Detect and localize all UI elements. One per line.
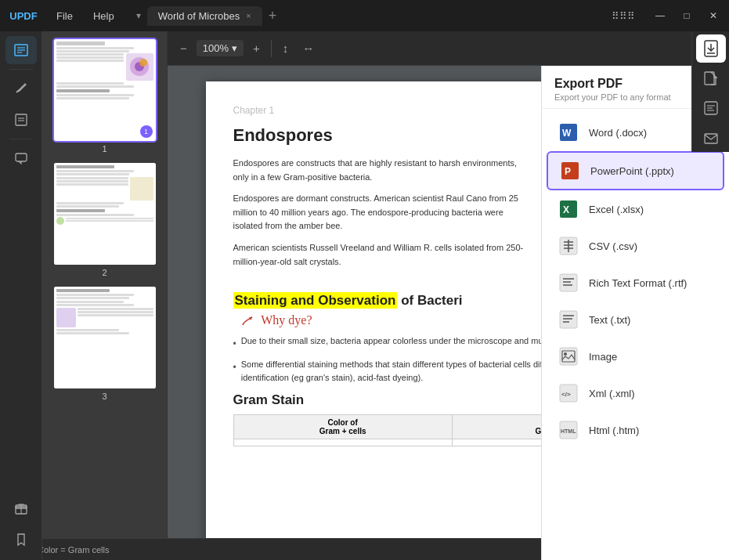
svg-rect-8 xyxy=(16,154,27,161)
sidebar-sep-1 xyxy=(9,69,33,70)
export-rtf-item[interactable]: Rich Text Format (.rtf) xyxy=(547,265,724,301)
export-excel-label: Excel (.xlsx) xyxy=(589,204,644,215)
export-html-label: Html (.htm) xyxy=(589,425,639,436)
thumbnail-panel[interactable]: 1 1 xyxy=(42,31,168,560)
txt-icon xyxy=(558,309,579,331)
active-tab[interactable]: World of Microbes × xyxy=(147,6,262,26)
export-csv-label: CSV (.csv) xyxy=(589,240,637,252)
export-html-item[interactable]: HTML Html (.htm) xyxy=(547,412,724,448)
export-powerpoint-item[interactable]: P PowerPoint (.pptx) xyxy=(547,151,724,190)
sidebar-left xyxy=(0,31,42,560)
export-xml-item[interactable]: </> Xml (.xml) xyxy=(547,375,724,411)
tab-title: World of Microbes xyxy=(158,10,240,22)
file-menu[interactable]: File xyxy=(47,7,82,25)
zoom-display[interactable]: 100% ▾ xyxy=(197,40,244,56)
bullet-dot-1: • xyxy=(233,337,236,352)
svg-rect-63 xyxy=(705,134,717,143)
app-body: 1 1 xyxy=(0,31,729,560)
export-pdf-action-icon[interactable] xyxy=(696,34,726,63)
menu-bar: File Help xyxy=(47,7,124,25)
svg-text:W: W xyxy=(562,128,572,139)
svg-text:HTML: HTML xyxy=(561,428,576,434)
staining-highlight: Staining and Observation xyxy=(233,292,398,309)
thumbnail-1[interactable]: 1 1 xyxy=(54,39,156,154)
sidebar-bottom xyxy=(5,494,37,560)
colorbar-icon[interactable]: ⠿⠿⠿ xyxy=(605,7,641,25)
thumbnail-frame-3[interactable] xyxy=(54,287,156,388)
thumbnail-3[interactable]: 3 xyxy=(54,287,156,401)
thumb-number-3: 3 xyxy=(102,392,106,401)
ocr-action-icon[interactable] xyxy=(696,94,726,122)
toolbar-separator xyxy=(271,40,272,57)
export-rtf-label: Rich Text Format (.rtf) xyxy=(589,277,687,289)
export-csv-item[interactable]: CSV (.csv) xyxy=(547,228,724,264)
export-image-label: Image xyxy=(589,351,617,363)
close-tab-button[interactable]: × xyxy=(246,11,251,20)
tab-area: ▾ World of Microbes × + xyxy=(130,6,599,26)
export-word-label: Word (.docx) xyxy=(589,127,647,139)
zoom-in-button[interactable]: + xyxy=(248,38,265,58)
svg-text:X: X xyxy=(563,204,569,215)
svg-point-50 xyxy=(564,352,567,356)
export-txt-item[interactable]: Text (.txt) xyxy=(547,302,724,338)
tab-dropdown[interactable]: ▾ xyxy=(130,7,147,24)
bookmark-icon[interactable] xyxy=(5,526,37,554)
export-txt-label: Text (.txt) xyxy=(589,314,630,326)
close-button[interactable]: ✕ xyxy=(701,5,726,27)
gift-icon[interactable] xyxy=(5,494,37,522)
powerpoint-icon: P xyxy=(559,160,581,182)
word-icon: W xyxy=(558,121,579,143)
thumbnail-frame-2[interactable] xyxy=(54,163,156,265)
csv-icon xyxy=(558,235,579,257)
xml-icon: </> xyxy=(558,382,579,404)
html-icon: HTML xyxy=(558,419,579,441)
app-logo: UPDF xyxy=(0,10,47,22)
export-image-item[interactable]: Image xyxy=(547,338,724,374)
help-menu[interactable]: Help xyxy=(84,7,124,25)
add-tab-button[interactable]: + xyxy=(262,8,283,24)
bullet-dot-2: • xyxy=(233,360,236,375)
image-icon xyxy=(558,345,579,367)
mail-action-icon[interactable] xyxy=(696,124,726,152)
thumbnail-2[interactable]: 2 xyxy=(54,163,156,277)
color-label: Color = Gram cells xyxy=(38,545,109,555)
export-excel-item[interactable]: X Excel (.xlsx) xyxy=(547,191,724,227)
excel-icon: X xyxy=(558,198,579,220)
gram-cell-1 xyxy=(233,439,452,446)
svg-rect-40 xyxy=(560,274,577,291)
right-action-bar xyxy=(691,31,729,152)
fit-height-button[interactable]: ↕ xyxy=(278,38,294,58)
sidebar-sep-2 xyxy=(9,139,33,139)
toolbar: − 100% ▾ + ↕ ↔ xyxy=(168,31,729,66)
svg-text:</>: </> xyxy=(561,391,571,398)
svg-rect-5 xyxy=(16,114,27,125)
rtf-icon xyxy=(558,272,579,294)
svg-text:P: P xyxy=(565,166,571,177)
comment-icon[interactable] xyxy=(5,144,37,172)
minimize-button[interactable]: — xyxy=(648,5,673,27)
svg-rect-44 xyxy=(560,311,577,328)
export-format-list: W Word (.docx) P PowerPoint (.pptx) xyxy=(542,109,729,560)
page-badge-1: 1 xyxy=(140,125,153,138)
export-xml-label: Xml (.xml) xyxy=(589,388,635,399)
fit-width-button[interactable]: ↔ xyxy=(298,38,319,58)
annotation-icon[interactable] xyxy=(5,74,37,103)
endospores-body1: Endospores are constructs that are highl… xyxy=(233,157,526,184)
read-mode-icon[interactable] xyxy=(5,36,37,64)
zoom-out-button[interactable]: − xyxy=(175,38,192,58)
maximize-button[interactable]: □ xyxy=(674,5,699,27)
pdf-convert-action-icon[interactable] xyxy=(696,64,726,92)
gram-col-header-1: Color ofGram + cells xyxy=(233,415,452,439)
titlebar-right-icons: ⠿⠿⠿ xyxy=(599,7,648,25)
titlebar: UPDF File Help ▾ World of Microbes × + ⠿… xyxy=(0,0,729,31)
thumb-number-2: 2 xyxy=(102,268,106,277)
endospores-body2: Endospores are dormant constructs. Ameri… xyxy=(233,192,526,233)
thumbnail-frame-1[interactable]: 1 xyxy=(54,39,156,141)
endospores-body3: American scientists Russell Vreeland and… xyxy=(233,241,526,269)
staining-rest: of Bacteri xyxy=(401,293,462,308)
edit-icon[interactable] xyxy=(5,106,37,134)
export-powerpoint-label: PowerPoint (.pptx) xyxy=(590,165,674,177)
thumb-number-1: 1 xyxy=(102,144,106,154)
svg-point-14 xyxy=(139,59,147,67)
window-controls: — □ ✕ xyxy=(648,5,726,27)
